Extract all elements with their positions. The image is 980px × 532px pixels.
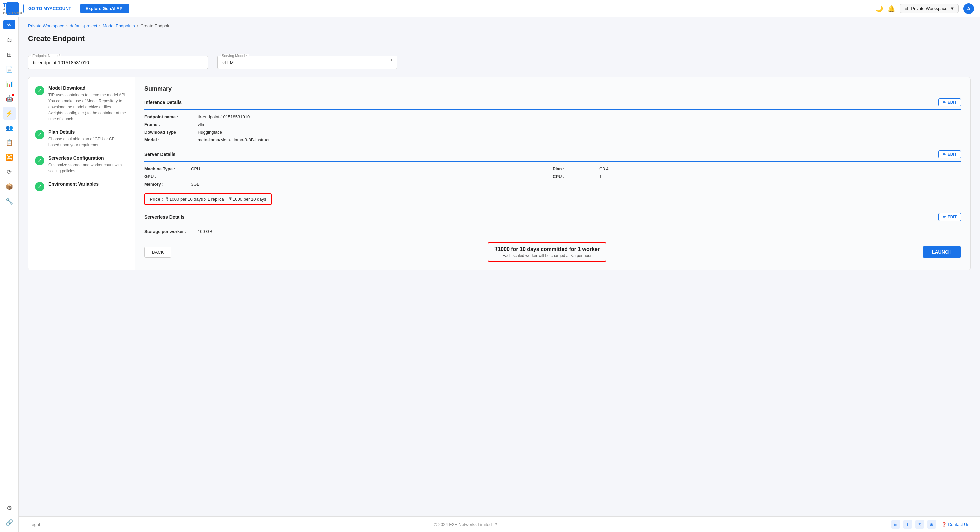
summary-title: Summary [144, 85, 961, 92]
facebook-icon[interactable]: f [903, 520, 912, 529]
sidebar-item-list[interactable]: 📋 [3, 136, 16, 149]
sidebar-item-robot[interactable]: 🤖 [3, 92, 16, 105]
server-edit-pencil-icon: ✏ [943, 152, 946, 157]
inference-section-title: Inference Details [144, 100, 182, 105]
workspace-icon: 🖥 [904, 6, 908, 11]
inference-edit-label: EDIT [948, 100, 957, 105]
step-serverless-config-icon: ✓ [35, 156, 45, 165]
footer-copyright: © 2024 E2E Networks Limited ™ [434, 522, 497, 527]
explore-genai-button[interactable]: Explore GenAI API [80, 4, 129, 13]
endpoint-name-field: Endpoint Name * [28, 50, 208, 69]
logo-platform: AI PLATFORM [3, 8, 22, 15]
footer-right: in f 𝕏 ⊕ ❓ Contact Us [891, 520, 969, 529]
serving-model-select[interactable]: vLLM [217, 56, 397, 69]
step-model-download-title: Model Download [48, 85, 128, 91]
server-cpu: CPU : 1 [553, 174, 961, 179]
server-section-header: Server Details ✏ EDIT [144, 150, 961, 162]
sidebar-item-refresh[interactable]: ⟳ [3, 165, 16, 179]
footer-legal[interactable]: Legal [29, 522, 40, 527]
serverless-storage: Storage per worker : 100 GB [144, 229, 961, 234]
server-gpu-value: - [191, 174, 192, 179]
server-machine-type-value: CPU [191, 166, 200, 171]
serverless-section: Serverless Details ✏ EDIT Storage per wo… [144, 213, 961, 234]
step-plan-details-icon: ✓ [35, 130, 45, 139]
serverless-edit-button[interactable]: ✏ EDIT [938, 213, 961, 221]
main-content: Private Workspace › default-project › Mo… [19, 18, 980, 532]
go-to-myaccount-button[interactable]: GO TO MYACCOUNT [23, 4, 76, 13]
breadcrumb-endpoints[interactable]: Model Endpoints [103, 23, 135, 28]
server-section: Server Details ✏ EDIT Machine Type : CPU… [144, 150, 961, 205]
endpoint-name-input[interactable] [28, 56, 208, 69]
inference-edit-button[interactable]: ✏ EDIT [938, 98, 961, 106]
server-plan-value: C3.4 [599, 166, 608, 171]
chevron-down-icon: ▼ [950, 6, 955, 11]
inference-endpoint-name: Endpoint name : tir-endpoint-10151853101… [144, 114, 961, 119]
sidebar-item-wrench[interactable]: 🔧 [3, 195, 16, 208]
topbar-left: TIR AI PLATFORM GO TO MYACCOUNT Explore … [6, 2, 129, 15]
endpoint-name-label: Endpoint Name * [31, 54, 61, 58]
user-avatar[interactable]: A [963, 3, 974, 14]
sidebar-item-docs[interactable]: 📄 [3, 63, 16, 76]
inference-model: Model : meta-llama/Meta-Llama-3-8B-Instr… [144, 137, 961, 142]
sidebar-item-connect[interactable]: 🔗 [3, 516, 16, 529]
step-model-download-content: Model Download TIR uses containers to se… [48, 85, 128, 122]
sidebar-item-table[interactable]: 📊 [3, 77, 16, 91]
step-model-download-desc: TIR uses containers to serve the model A… [48, 92, 128, 122]
step-serverless-config-content: Serverless Configuration Customize stora… [48, 155, 128, 174]
avatar-letter: A [967, 6, 970, 11]
server-memory-label: Memory : [144, 182, 191, 187]
sidebar-expand-button[interactable]: ≪ [3, 20, 15, 29]
steps-summary-container: ✓ Model Download TIR uses containers to … [28, 77, 970, 270]
contact-us-link[interactable]: ❓ Contact Us [941, 522, 969, 527]
server-cpu-label: CPU : [553, 174, 599, 179]
sidebar-bottom: ⚙ 🔗 [0, 501, 18, 529]
commit-sub-text: Each scaled worker will be charged at ₹5… [494, 253, 600, 258]
serving-model-label: Serving Model * [221, 54, 249, 58]
inference-frame-label: Frame : [144, 122, 198, 127]
step-env-variables-icon: ✓ [35, 182, 45, 191]
breadcrumb-sep1: › [66, 23, 68, 28]
sidebar-item-flow[interactable]: 🔀 [3, 151, 16, 164]
server-edit-button[interactable]: ✏ EDIT [938, 150, 961, 158]
logo-tir: TIR [3, 2, 22, 8]
inference-frame-value: vllm [198, 122, 205, 127]
breadcrumb-current: Create Endpoint [140, 23, 172, 28]
back-button[interactable]: BACK [144, 247, 171, 258]
inference-section-header: Inference Details ✏ EDIT [144, 98, 961, 110]
sidebar-item-package[interactable]: 📦 [3, 180, 16, 193]
dark-mode-toggle[interactable]: 🌙 [876, 5, 883, 12]
server-gpu-label: GPU : [144, 174, 191, 179]
rss-icon[interactable]: ⊕ [928, 520, 936, 529]
twitter-icon[interactable]: 𝕏 [915, 520, 924, 529]
commit-main-text: ₹1000 for 10 days committed for 1 worker [494, 246, 600, 252]
sidebar-item-users[interactable]: 👥 [3, 121, 16, 135]
serving-model-field: Serving Model * vLLM [217, 50, 397, 69]
step-plan-details-content: Plan Details Choose a suitable plan of G… [48, 129, 128, 148]
serverless-storage-label: Storage per worker : [144, 229, 198, 234]
step-serverless-config-title: Serverless Configuration [48, 155, 128, 161]
logo: TIR AI PLATFORM [6, 2, 19, 15]
sidebar-item-settings[interactable]: ⚙ [3, 501, 16, 514]
linkedin-icon[interactable]: in [891, 520, 900, 529]
inference-endpoint-name-value: tir-endpoint-101518531010 [198, 114, 250, 119]
sidebar-top: ≪ 🗂 ⊞ 📄 📊 🤖 ⚡ 👥 📋 🔀 ⟳ 📦 🔧 [0, 20, 18, 208]
sidebar-item-endpoint[interactable]: ⚡ [3, 107, 16, 120]
step-model-download-icon: ✓ [35, 86, 45, 96]
inference-download-type-label: Download Type : [144, 130, 198, 135]
breadcrumb-workspace[interactable]: Private Workspace [28, 23, 64, 28]
launch-button[interactable]: LAUNCH [923, 246, 961, 258]
form-row: Endpoint Name * Serving Model * vLLM [28, 50, 970, 69]
step-plan-details-desc: Choose a suitable plan of GPU or CPU bas… [48, 136, 128, 148]
workspace-selector[interactable]: 🖥 Private Workspace ▼ [900, 4, 959, 13]
step-plan-details: ✓ Plan Details Choose a suitable plan of… [35, 129, 128, 148]
server-machine-type-label: Machine Type : [144, 166, 191, 171]
breadcrumb-project[interactable]: default-project [70, 23, 97, 28]
notifications-button[interactable]: 🔔 [888, 5, 895, 12]
server-plan: Plan : C3.4 [553, 166, 961, 171]
step-serverless-config: ✓ Serverless Configuration Customize sto… [35, 155, 128, 174]
sidebar-item-files[interactable]: 🗂 [3, 33, 16, 47]
server-memory: Memory : 3GB [144, 182, 553, 187]
sidebar-item-grid[interactable]: ⊞ [3, 48, 16, 61]
serverless-section-header: Serverless Details ✏ EDIT [144, 213, 961, 225]
breadcrumb-sep2: › [99, 23, 101, 28]
